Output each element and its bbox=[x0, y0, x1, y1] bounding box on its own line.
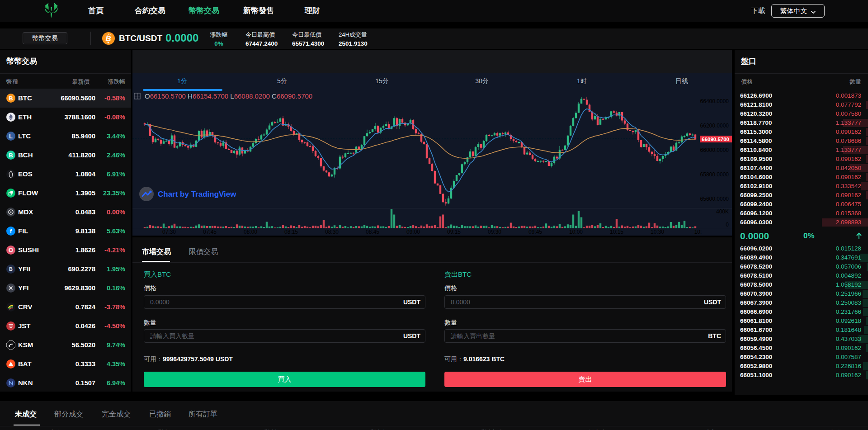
svg-text:1时: 1时 bbox=[577, 77, 587, 85]
svg-text:B: B bbox=[9, 266, 13, 272]
svg-text:10:30: 10:30 bbox=[651, 229, 664, 235]
svg-text:10:15: 10:15 bbox=[610, 229, 623, 235]
svg-text:10:: 10: bbox=[694, 229, 702, 235]
svg-text:B: B bbox=[9, 152, 13, 159]
svg-text:5分: 5分 bbox=[277, 77, 287, 85]
svg-text:10:00: 10:00 bbox=[569, 229, 583, 235]
svg-text:08:30: 08:30 bbox=[325, 229, 339, 235]
svg-text:08:15: 08:15 bbox=[284, 229, 298, 235]
svg-text:65600.0000: 65600.0000 bbox=[700, 196, 729, 202]
svg-text:09:45: 09:45 bbox=[528, 229, 542, 235]
svg-text:66090.5700: 66090.5700 bbox=[702, 137, 729, 142]
svg-text:Chart by TradingView: Chart by TradingView bbox=[158, 190, 236, 198]
svg-text:66200.0000: 66200.0000 bbox=[700, 123, 729, 129]
svg-text:09:30: 09:30 bbox=[488, 229, 501, 235]
svg-text:L: L bbox=[9, 133, 13, 140]
svg-text:1分: 1分 bbox=[177, 77, 187, 85]
svg-text:07:30: 07:30 bbox=[162, 229, 176, 235]
svg-text:09:00: 09:00 bbox=[406, 229, 420, 235]
svg-text:O66150.5700 H66154.5700 L660: O66150.5700 H66154.5700 L66088.0200 C660… bbox=[145, 92, 312, 100]
svg-text:66400.0000: 66400.0000 bbox=[700, 98, 729, 104]
svg-text:09:15: 09:15 bbox=[447, 229, 461, 235]
svg-text:B: B bbox=[9, 95, 13, 102]
svg-text:30分: 30分 bbox=[475, 77, 489, 85]
svg-text:15分: 15分 bbox=[375, 77, 389, 85]
svg-text:400K: 400K bbox=[716, 208, 729, 215]
svg-text:日线: 日线 bbox=[675, 77, 688, 85]
svg-text:08:00: 08:00 bbox=[244, 229, 257, 235]
svg-text:07:45: 07:45 bbox=[203, 229, 217, 235]
svg-text:66000.0000: 66000.0000 bbox=[700, 147, 729, 153]
svg-text:0: 0 bbox=[726, 222, 729, 228]
svg-text:65800.0000: 65800.0000 bbox=[700, 171, 729, 178]
svg-text:f: f bbox=[10, 228, 12, 235]
svg-text:08:45: 08:45 bbox=[366, 229, 379, 235]
